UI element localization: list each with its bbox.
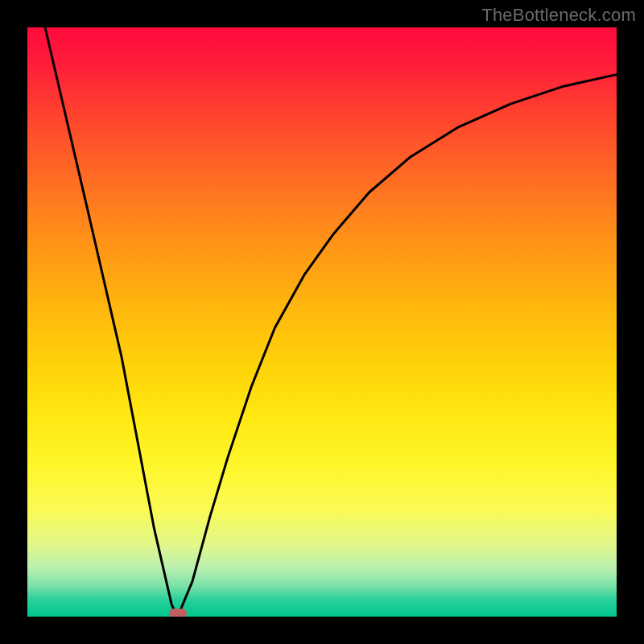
- minimum-marker: [169, 609, 187, 617]
- chart-frame: TheBottleneck.com: [0, 0, 644, 644]
- curve-path: [45, 27, 617, 617]
- watermark-text: TheBottleneck.com: [481, 5, 636, 26]
- curve-layer: [27, 27, 617, 617]
- plot-area: [27, 27, 617, 617]
